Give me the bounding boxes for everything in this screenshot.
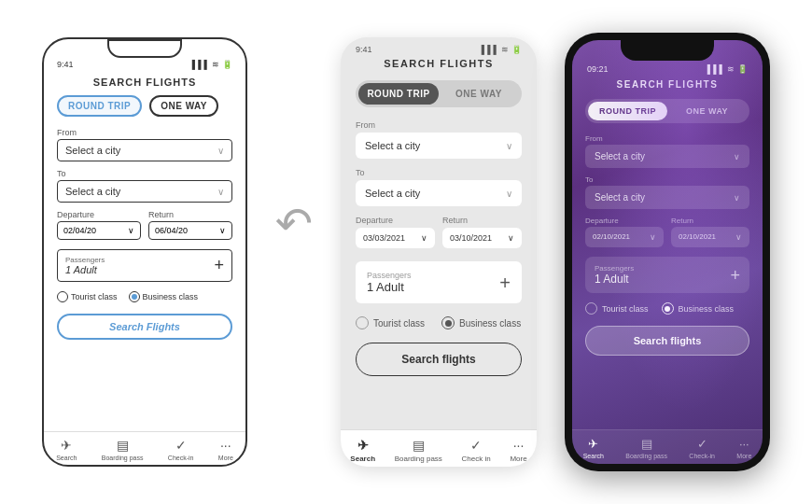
sketch-plus-icon[interactable]: + xyxy=(214,256,224,275)
wireframe-phone: 9:41 ▌▌▌ ≋ 🔋 SEARCH FLIGHTS ROUND TRIP O… xyxy=(341,37,537,467)
pp-tourist-radio[interactable]: Tourist class xyxy=(585,302,649,315)
sketch-nav-more[interactable]: ··· More xyxy=(218,438,233,461)
wf-business-radio[interactable]: Business class xyxy=(441,316,521,329)
pp-dep-group: Departure 02/10/2021 ∨ xyxy=(585,217,664,247)
wf-dep-value: 03/03/2021 xyxy=(363,233,405,243)
pp-signal: ▌▌▌ ≋ 🔋 xyxy=(707,64,748,74)
wf-passengers-value: 1 Adult xyxy=(367,280,412,294)
wf-nav-checkin[interactable]: ✓ Check in xyxy=(462,438,491,463)
wf-tab-round[interactable]: ROUND TRIP xyxy=(358,83,439,105)
pp-ret-field[interactable]: 02/10/2021 ∨ xyxy=(671,227,749,247)
wf-nav-checkin-label: Check in xyxy=(462,455,491,463)
sketch-to-chevron: ∨ xyxy=(217,187,224,197)
wf-signal: ▌▌▌ ≋ 🔋 xyxy=(482,45,522,54)
wf-classes: Tourist class Business class xyxy=(356,316,522,329)
wf-nav-boarding[interactable]: ▤ Boarding pass xyxy=(395,438,442,463)
sketch-tabs: ROUND TRIP ONE WAY xyxy=(57,95,232,117)
sketch-ret-chevron: ∨ xyxy=(219,226,226,235)
sketch-dep-field[interactable]: 02/04/20 ∨ xyxy=(57,221,141,240)
pp-boarding-icon: ▤ xyxy=(641,437,652,451)
wf-search-button[interactable]: Search flights xyxy=(356,343,522,376)
pp-time: 09:21 xyxy=(587,64,609,74)
sketch-passengers-box[interactable]: Passengers 1 Adult + xyxy=(57,249,232,282)
purple-phone-inner: 09:21 ▌▌▌ ≋ 🔋 SEARCH FLIGHTS ROUND TRIP … xyxy=(572,40,763,464)
pp-search-icon: ✈ xyxy=(588,437,598,451)
sketch-nav-checkin[interactable]: ✓ Check-in xyxy=(168,438,194,461)
sketch-tourist-circle xyxy=(57,291,68,302)
pp-title: SEARCH FLIGHTS xyxy=(585,79,749,90)
pp-plus-icon[interactable]: + xyxy=(730,267,740,284)
sketch-from-field[interactable]: Select a city ∨ xyxy=(57,139,232,161)
wf-passengers-box[interactable]: Passengers 1 Adult + xyxy=(356,261,522,303)
sketch-nav-search-label: Search xyxy=(56,455,77,461)
sketch-passengers-value: 1 Adult xyxy=(65,264,105,275)
pp-search-button[interactable]: Search flights xyxy=(585,326,749,356)
pp-passengers-value: 1 Adult xyxy=(595,273,634,286)
wf-nav-more[interactable]: ··· More xyxy=(510,438,526,463)
sketch-search-button[interactable]: Search Flights xyxy=(57,314,232,340)
sketch-tab-round[interactable]: ROUND TRIP xyxy=(57,95,142,117)
pp-tourist-label: Tourist class xyxy=(602,304,649,314)
sketch-business-radio[interactable]: Business class xyxy=(129,291,199,302)
sketch-from-chevron: ∨ xyxy=(217,146,224,156)
pp-from-field[interactable]: Select a city ∨ xyxy=(585,145,749,168)
sketch-tab-one[interactable]: ONE WAY xyxy=(149,95,218,117)
wf-tourist-radio[interactable]: Tourist class xyxy=(356,316,425,329)
pp-tab-one[interactable]: ONE WAY xyxy=(667,102,747,120)
sketch-from-value: Select a city xyxy=(65,145,120,156)
wf-title: SEARCH FLIGHTS xyxy=(356,58,522,69)
wf-dep-field[interactable]: 03/03/2021 ∨ xyxy=(356,228,435,248)
pp-dep-value: 02/10/2021 xyxy=(593,232,630,242)
wf-nav-search-label: Search xyxy=(350,455,375,463)
sketch-nav-search[interactable]: ✈ Search xyxy=(56,438,77,461)
pp-passengers-label: Passengers xyxy=(595,264,634,273)
wf-dep-label: Departure xyxy=(356,216,435,225)
wf-from-field[interactable]: Select a city ∨ xyxy=(356,133,522,159)
pp-nav-more-label: More xyxy=(736,453,751,459)
sketch-from-label: From xyxy=(57,128,232,137)
pp-to-field[interactable]: Select a city ∨ xyxy=(585,186,749,209)
wf-more-icon: ··· xyxy=(513,438,525,453)
pp-nav-boarding-label: Boarding pass xyxy=(625,453,667,459)
wf-ret-field[interactable]: 03/10/2021 ∨ xyxy=(442,228,522,248)
pp-tourist-circle xyxy=(585,302,597,315)
sketch-phone: 9:41 ▌▌▌ ≋ 🔋 SEARCH FLIGHTS ROUND TRIP O… xyxy=(42,37,247,467)
sketch-tourist-radio[interactable]: Tourist class xyxy=(57,291,118,302)
pp-nav-more[interactable]: ··· More xyxy=(736,437,751,459)
pp-nav-boarding[interactable]: ▤ Boarding pass xyxy=(625,437,667,459)
pp-passengers-box[interactable]: Passengers 1 Adult + xyxy=(585,257,749,293)
wf-tabs: ROUND TRIP ONE WAY xyxy=(356,80,522,107)
sketch-dep-chevron: ∨ xyxy=(128,226,134,235)
pp-business-radio[interactable]: Business class xyxy=(662,302,735,315)
pp-nav-checkin[interactable]: ✓ Check-in xyxy=(689,437,715,459)
wf-ret-value: 03/10/2021 xyxy=(450,233,492,243)
wf-plus-icon[interactable]: + xyxy=(499,273,511,292)
pp-from-chevron: ∨ xyxy=(734,152,740,161)
sketch-dep-label: Departure xyxy=(57,210,141,219)
wf-business-label: Business class xyxy=(459,318,521,329)
pp-nav-search[interactable]: ✈ Search xyxy=(583,437,604,459)
pp-content: SEARCH FLIGHTS ROUND TRIP ONE WAY From S… xyxy=(572,76,763,429)
sketch-notch xyxy=(107,39,182,58)
pp-checkin-icon: ✓ xyxy=(697,437,707,451)
pp-to-value: Select a city xyxy=(595,192,645,203)
sketch-nav-checkin-label: Check-in xyxy=(168,455,194,461)
wf-nav-search[interactable]: ✈ Search xyxy=(350,438,375,463)
wf-status-bar: 9:41 ▌▌▌ ≋ 🔋 xyxy=(341,37,537,58)
pp-nav-search-label: Search xyxy=(583,453,604,459)
wf-to-field[interactable]: Select a city ∨ xyxy=(356,180,522,206)
wf-ret-group: Return 03/10/2021 ∨ xyxy=(442,216,522,248)
sketch-ret-group: Return 06/04/20 ∨ xyxy=(148,210,232,240)
sketch-business-label: Business class xyxy=(143,292,199,301)
pp-business-circle xyxy=(662,302,674,315)
sketch-tourist-label: Tourist class xyxy=(71,292,118,301)
wf-boarding-icon: ▤ xyxy=(413,438,425,453)
sketch-nav-boarding[interactable]: ▤ Boarding pass xyxy=(102,438,144,461)
sketch-to-field[interactable]: Select a city ∨ xyxy=(57,180,232,203)
pp-tab-round[interactable]: ROUND TRIP xyxy=(588,102,667,120)
page-container: 9:41 ▌▌▌ ≋ 🔋 SEARCH FLIGHTS ROUND TRIP O… xyxy=(0,0,812,504)
wf-tab-one[interactable]: ONE WAY xyxy=(439,83,519,105)
sketch-ret-field[interactable]: 06/04/20 ∨ xyxy=(148,221,232,240)
pp-dep-field[interactable]: 02/10/2021 ∨ xyxy=(585,227,664,247)
sketch-ret-label: Return xyxy=(148,210,232,219)
